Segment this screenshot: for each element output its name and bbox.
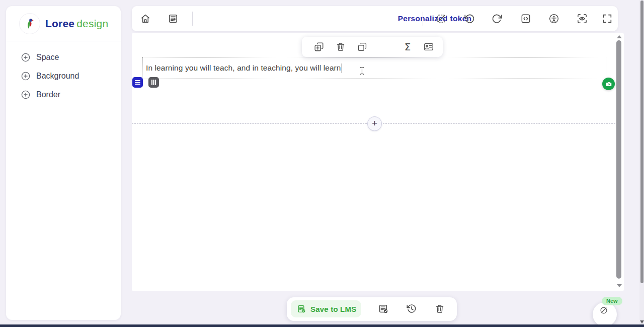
hamburger-icon [134,79,141,86]
home-button[interactable] [140,13,151,25]
column-drag-handle[interactable] [148,77,159,88]
plus-circle-icon [21,72,30,81]
brand-logo [19,13,40,34]
document-check-icon [378,303,389,314]
trash-icon [435,304,445,314]
block-toolbar: (en) Σ [302,37,443,57]
home-icon [140,13,151,25]
editor-canvas[interactable]: + In learning you will teach, and in tea… [132,33,624,291]
canvas-scroll-down-arrow[interactable] [617,284,622,287]
sidebar-item-background[interactable]: Background [21,72,79,81]
toolbar-divider [423,12,423,26]
window-bottom-edge [0,324,644,327]
text-block-content[interactable]: In learning you will teach, and in teach… [146,63,341,73]
history-icon [406,303,417,314]
redo-button[interactable] [492,13,503,24]
code-icon [520,13,532,25]
preview-eye-icon [577,13,588,25]
personalized-token-button[interactable] [423,41,434,52]
text-caret [342,63,343,73]
html-code-button[interactable] [520,13,532,25]
compass-icon [599,306,608,315]
save-template-button[interactable] [378,303,389,314]
canvas-scroll-up-arrow[interactable] [617,35,622,38]
copy-block-button[interactable] [357,42,368,52]
window-scrollbar-thumb[interactable] [640,1,643,283]
brand-header: Loreedesign [6,6,121,41]
camera-icon [605,81,612,88]
add-row-button[interactable]: + [367,116,382,131]
whats-new-fab[interactable] [593,302,617,326]
save-to-lms-button[interactable]: Save to LMS [291,300,361,317]
duplicate-add-button[interactable] [313,41,325,52]
accessibility-icon [548,13,560,25]
save-lms-icon [297,304,306,314]
template-icon [168,13,179,25]
delete-block-button[interactable] [336,42,346,52]
save-to-lms-label: Save to LMS [310,305,356,313]
plus-circle-icon [21,90,30,99]
version-history-button[interactable] [406,303,417,314]
clear-canvas-button[interactable] [436,13,447,25]
sidebar-item-label: Background [36,72,79,81]
bottom-action-bar: Save to LMS [287,297,457,321]
id-card-icon [423,41,434,52]
templates-button[interactable] [168,13,179,25]
snapshot-fab[interactable] [602,78,615,90]
top-toolbar: Personalized token [132,6,618,31]
canvas-scrollbar-thumb[interactable] [616,40,621,279]
redo-icon [492,13,503,24]
block-drag-handle[interactable] [132,77,143,88]
undo-button[interactable] [464,13,475,24]
undo-icon [464,13,475,24]
ibeam-cursor-icon [359,67,365,75]
parrot-logo-icon [23,17,36,30]
fullscreen-button[interactable] [602,13,613,24]
toolbar-divider [192,12,193,26]
sidebar-item-border[interactable]: Border [21,90,60,99]
sidebar-item-space[interactable]: Space [21,53,59,62]
document-title: Personalized token [398,14,472,23]
brand-name-secondary: design [76,18,108,29]
sigma-icon: Σ [405,41,411,53]
fullscreen-icon [602,13,613,24]
duplicate-add-icon [313,41,325,52]
sidebar-item-label: Border [36,90,60,99]
brand-name-primary: Loree [45,18,74,29]
columns-icon [150,79,157,86]
trash-icon [336,42,346,52]
new-badge: New [602,297,622,305]
plus-circle-icon [21,53,30,62]
delete-design-button[interactable] [435,304,445,314]
window-scroll-down-arrow[interactable] [640,320,644,323]
math-button[interactable]: Σ [405,41,411,53]
sidebar: Loreedesign Space Background Border [6,6,121,320]
accessibility-button[interactable] [548,13,560,25]
brand-name: Loreedesign [45,18,108,30]
copy-icon [357,42,368,52]
clear-canvas-icon [436,13,447,25]
preview-button[interactable] [577,13,588,25]
window-scrollbar[interactable] [639,0,644,327]
text-block[interactable]: In learning you will teach, and in teach… [142,57,606,79]
sidebar-item-label: Space [36,53,59,62]
